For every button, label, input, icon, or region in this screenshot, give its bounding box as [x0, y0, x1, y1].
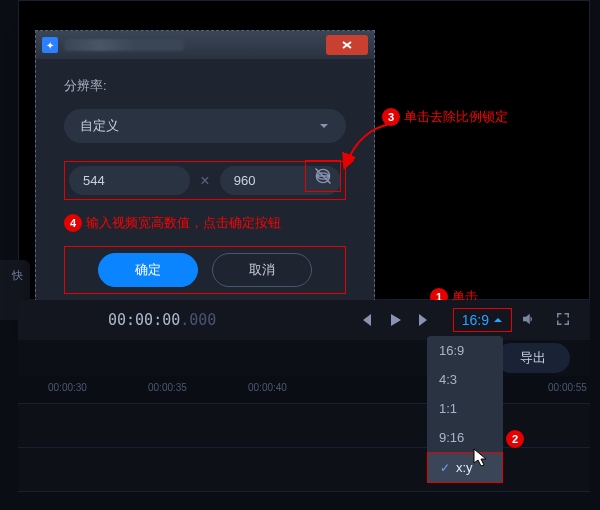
app-logo-icon: ✦: [42, 37, 58, 53]
timecode: 00:00:00.000: [108, 311, 216, 329]
ok-button[interactable]: 确定: [98, 253, 198, 287]
resolution-label: 分辨率:: [64, 77, 346, 95]
play-icon[interactable]: [387, 312, 403, 328]
size-inputs-group: ×: [64, 161, 346, 200]
ruler-tick: 00:00:55: [548, 382, 587, 393]
ruler-tick: 00:00:40: [248, 382, 287, 393]
badge-2: 2: [506, 430, 524, 448]
cancel-button[interactable]: 取消: [212, 253, 312, 287]
dialog-titlebar: ✦: [36, 31, 374, 59]
transport-controls: [357, 312, 433, 328]
aspect-ratio-menu: 16:94:31:19:16✓x:y: [427, 336, 503, 483]
ratio-option-1-1[interactable]: 1:1: [427, 394, 503, 423]
ratio-option-9-16[interactable]: 9:16: [427, 423, 503, 452]
annotation-4: 4 输入视频宽高数值，点击确定按钮: [64, 214, 346, 232]
next-frame-icon[interactable]: [417, 312, 433, 328]
resolution-preset-select[interactable]: 自定义: [64, 109, 346, 143]
ruler-tick: 00:00:35: [148, 382, 187, 393]
volume-icon[interactable]: [520, 310, 538, 331]
timeline-track-2[interactable]: [18, 448, 590, 492]
ruler-tick: 00:00:30: [48, 382, 87, 393]
playback-toolbar: 00:00:00.000 16:9: [18, 300, 590, 340]
ratio-value: 16:9: [462, 312, 489, 328]
check-icon: ✓: [440, 461, 450, 475]
arrow-3: [340, 120, 400, 170]
annotation-3-text: 单击去除比例锁定: [404, 108, 508, 126]
unlink-icon: [313, 166, 333, 186]
mouse-cursor: [473, 448, 489, 471]
aspect-ratio-button[interactable]: 16:9: [453, 308, 512, 332]
annotation-4-text: 输入视频宽高数值，点击确定按钮: [86, 214, 281, 232]
close-button[interactable]: [326, 35, 368, 55]
times-icon: ×: [200, 172, 209, 190]
timeline-track-1[interactable]: [18, 404, 590, 448]
fullscreen-icon[interactable]: [554, 310, 572, 331]
ratio-option-16-9[interactable]: 16:9: [427, 336, 503, 365]
timeline: 00:00:3000:00:3500:00:4000:00:5000:00:55: [18, 376, 590, 496]
annotation-3: 3 单击去除比例锁定: [382, 108, 508, 126]
dialog-buttons: 确定 取消: [64, 246, 346, 294]
export-bar: 导出: [18, 340, 590, 376]
prev-frame-icon[interactable]: [357, 312, 373, 328]
title-blur: [64, 39, 184, 51]
ratio-option-x-y[interactable]: ✓x:y: [427, 452, 503, 483]
chevron-down-icon: [318, 120, 330, 132]
export-button[interactable]: 导出: [496, 343, 570, 373]
preset-value: 自定义: [80, 117, 119, 135]
aspect-lock-toggle[interactable]: [305, 160, 341, 192]
badge-4: 4: [64, 214, 82, 232]
chevron-up-icon: [493, 315, 503, 325]
ratio-option-4-3[interactable]: 4:3: [427, 365, 503, 394]
width-input[interactable]: [69, 166, 190, 195]
timeline-ruler[interactable]: 00:00:3000:00:3500:00:4000:00:5000:00:55: [18, 376, 590, 404]
